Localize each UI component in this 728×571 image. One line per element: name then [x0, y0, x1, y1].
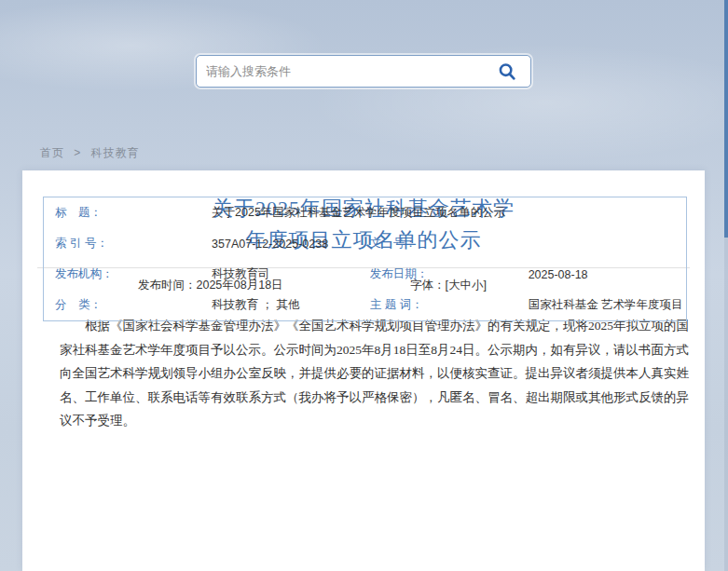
search-button[interactable] [493, 61, 530, 82]
font-size-label: 字体： [410, 279, 446, 292]
font-bracket-close: ] [483, 279, 486, 292]
article-body: 根据《国家社会科学基金管理办法》《全国艺术科学规划项目管理办法》的有关规定，现将… [60, 314, 689, 433]
breadcrumb-home[interactable]: 首页 [40, 146, 64, 159]
meta-label-doc-no: 文 号： [370, 228, 529, 259]
meta-value-doc-no [529, 228, 687, 259]
breadcrumb-separator: > [74, 146, 81, 159]
meta-table: 标 题： 关于2025年国家社科基金艺术学年度项目立项名单的公示 索 引 号： … [43, 197, 687, 321]
search-bar [196, 55, 531, 88]
search-input[interactable] [197, 56, 493, 87]
font-size-small[interactable]: 小 [472, 279, 484, 292]
meta-value-category: 科技教育 ； 其他 [212, 290, 370, 321]
table-row: 标 题： 关于2025年国家社科基金艺术学年度项目立项名单的公示 [44, 197, 687, 229]
meta-label-title: 标 题： [44, 197, 213, 229]
table-row: 分 类： 科技教育 ； 其他 主 题 词： 国家社科基金 艺术学年度项目 [44, 290, 687, 321]
meta-label-index-no: 索 引 号： [44, 228, 213, 259]
page-background: 首页 > 科技教育 标 题： 关于2025年国家社科基金艺术学年度项目立项名单的… [0, 0, 728, 571]
meta-value-title: 关于2025年国家社科基金艺术学年度项目立项名单的公示 [212, 197, 686, 229]
content-panel: 标 题： 关于2025年国家社科基金艺术学年度项目立项名单的公示 索 引 号： … [22, 170, 705, 571]
table-row: 索 引 号： 357A07-12-2025-0238 文 号： [44, 228, 687, 259]
breadcrumb: 首页 > 科技教育 [40, 145, 140, 161]
scrollbar[interactable] [724, 0, 728, 571]
publish-time-label: 发布时间： [138, 279, 197, 292]
article-meta-line: 发布时间：2025年08月18日 字体：[大中小] [22, 278, 705, 294]
search-icon [497, 61, 517, 82]
meta-label-category: 分 类： [44, 290, 213, 321]
scrollbar-thumb[interactable] [724, 0, 728, 238]
publish-time-value: 2025年08月18日 [197, 279, 283, 292]
font-size-large[interactable]: 大 [448, 279, 460, 292]
meta-value-index-no: 357A07-12-2025-0238 [212, 228, 370, 259]
font-size-medium[interactable]: 中 [460, 279, 472, 292]
meta-value-keywords: 国家社科基金 艺术学年度项目 [529, 290, 687, 321]
meta-label-keywords: 主 题 词： [370, 290, 529, 321]
breadcrumb-category[interactable]: 科技教育 [91, 146, 140, 159]
publish-time: 发布时间：2025年08月18日 [138, 278, 283, 293]
font-size-control: 字体：[大中小] [410, 278, 487, 293]
